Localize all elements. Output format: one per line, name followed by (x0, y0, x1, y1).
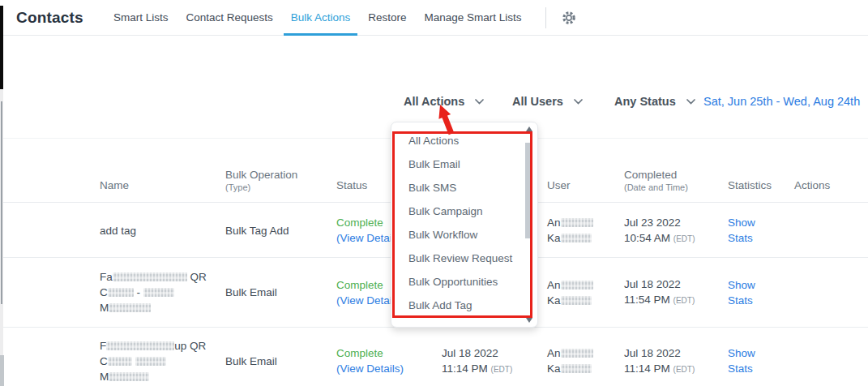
column-header-actions: Actions (794, 179, 868, 192)
tab-manage-smart-lists[interactable]: Manage Smart Lists (416, 0, 531, 35)
dropdown-item-bulk-opportunities[interactable]: Bulk Opportunities (391, 270, 537, 294)
pixelated-redaction (108, 357, 132, 366)
cell-user: AnKa (547, 277, 624, 308)
date-range-picker[interactable]: Sat, Jun 25th - Wed, Aug 24th (703, 95, 860, 108)
text-fragment: Ka (547, 232, 561, 244)
tab-contact-requests[interactable]: Contact Requests (177, 0, 281, 35)
show-stats-link[interactable]: ShowStats (728, 215, 755, 246)
cell-bulk-operation: Bulk Tag Add (225, 223, 336, 238)
text-fragment: QR (187, 271, 207, 283)
tab-bulk-actions[interactable]: Bulk Actions (282, 0, 360, 35)
time-value: 10:54 AM (624, 232, 673, 244)
cell-name: Fup QRC M (100, 338, 225, 384)
redacted-text-line: M (100, 300, 219, 315)
chevron-down-icon (475, 99, 484, 105)
cell-user: AnKa (547, 215, 624, 246)
time-line: 10:54 AM (EDT) (624, 230, 721, 247)
actions-filter-label: All Actions (404, 95, 464, 108)
dropdown-item-all-actions[interactable]: All Actions (391, 129, 537, 152)
pixelated-redaction (561, 296, 592, 305)
show-stats-link[interactable]: ShowStats (728, 277, 755, 308)
scroll-down-icon[interactable] (526, 318, 532, 323)
cell-user: AnKa (547, 345, 624, 376)
scrollbar-thumb[interactable] (525, 143, 532, 238)
pixelated-redaction (143, 288, 174, 297)
redacted-text-line: Ka (547, 293, 618, 308)
timezone-label: (EDT) (673, 365, 695, 374)
column-header-label: Actions (794, 179, 868, 192)
text-fragment: M (100, 302, 109, 314)
dropdown-item-bulk-review-request[interactable]: Bulk Review Request (391, 247, 537, 270)
bulk-actions-page: Contacts Smart ListsContact RequestsBulk… (0, 0, 868, 386)
status-complete-label: Complete (336, 345, 435, 361)
text-fragment: C (100, 355, 108, 367)
text-fragment: M (100, 371, 109, 383)
redacted-text-line: An (547, 345, 618, 361)
redacted-text-line: C (100, 354, 219, 369)
cell-status: Complete(View Details) (336, 345, 442, 376)
time-line: 11:54 PM (EDT) (624, 292, 721, 308)
dropdown-item-bulk-add-tag[interactable]: Bulk Add Tag (391, 294, 537, 317)
time-line: 11:14 PM (EDT) (624, 361, 721, 377)
column-header-label: Bulk Operation (225, 169, 336, 182)
cell-started-date: Jul 18 202211:14 PM (EDT) (442, 345, 547, 377)
dropdown-item-bulk-campaign[interactable]: Bulk Campaign (391, 199, 537, 223)
nav-divider (545, 7, 546, 28)
text-fragment: F (100, 340, 106, 352)
text-fragment: Fa (100, 271, 113, 283)
column-header-sub: (Date and Time) (624, 182, 728, 192)
text-fragment: An (547, 279, 561, 291)
view-details-link[interactable]: (View Details) (336, 361, 404, 376)
window-edge-scrollbar-artifact (1, 101, 2, 304)
cell-statistics: ShowStats (728, 345, 794, 376)
gear-icon[interactable] (561, 10, 577, 26)
text-fragment: Ka (547, 362, 561, 375)
redacted-text-line: Fa QR (100, 269, 219, 285)
redacted-text-line: C - (100, 285, 219, 300)
text-fragment: up QR (174, 340, 206, 352)
show-stats-link[interactable]: ShowStats (728, 345, 755, 376)
cell-name: add tag (100, 223, 225, 238)
column-header-bulk-operation: Bulk Operation(Type) (225, 169, 336, 192)
scroll-up-icon[interactable] (526, 127, 532, 131)
tab-smart-lists[interactable]: Smart Lists (105, 0, 177, 35)
dropdown-item-bulk-workflow[interactable]: Bulk Workflow (391, 223, 537, 247)
column-header-label: User (547, 179, 624, 192)
column-header-sub: (Type) (225, 182, 336, 192)
redacted-text-line: An (547, 277, 618, 293)
actions-filter-dropdown[interactable]: All Actions (404, 95, 484, 108)
redacted-text-line: Fup QR (100, 338, 219, 354)
table-row: Fup QRC MBulk EmailComplete(View Details… (0, 328, 868, 386)
cell-completed-date: Jul 18 202211:14 PM (EDT) (624, 345, 728, 377)
text-fragment: Ka (547, 294, 561, 307)
pixelated-redaction (135, 357, 166, 366)
cell-completed-date: Jul 18 202211:54 PM (EDT) (624, 277, 728, 308)
users-filter-dropdown[interactable]: All Users (512, 95, 583, 108)
date-line: Jul 23 2022 (624, 215, 721, 230)
dropdown-item-bulk-email[interactable]: Bulk Email (391, 152, 537, 176)
dropdown-scrollbar[interactable] (524, 125, 534, 324)
tab-restore[interactable]: Restore (359, 0, 415, 35)
column-header-label: Statistics (728, 179, 794, 192)
cell-statistics: ShowStats (728, 277, 794, 308)
stats-link-line: Show (728, 277, 755, 293)
column-header-name: Name (100, 179, 225, 192)
chevron-down-icon (686, 99, 695, 105)
stats-link-line: Show (728, 345, 755, 361)
column-header-statistics: Statistics (728, 179, 794, 192)
chevron-down-icon (574, 99, 583, 105)
date-line: Jul 18 2022 (624, 277, 721, 292)
text-fragment: - (134, 286, 143, 298)
nav-tabs: Smart ListsContact RequestsBulk ActionsR… (105, 0, 531, 35)
dropdown-item-bulk-sms[interactable]: Bulk SMS (391, 176, 537, 199)
users-filter-label: All Users (512, 95, 563, 108)
pixelated-redaction (561, 349, 593, 358)
status-filter-dropdown[interactable]: Any Status (614, 95, 695, 108)
text-fragment (132, 355, 135, 367)
redacted-text-line: Ka (547, 230, 618, 246)
pixelated-redaction (106, 341, 174, 350)
date-line: Jul 18 2022 (624, 345, 721, 361)
redacted-text-line: An (547, 215, 618, 230)
stats-link-line: Show (728, 215, 755, 230)
cell-completed-date: Jul 23 202210:54 AM (EDT) (624, 215, 728, 247)
